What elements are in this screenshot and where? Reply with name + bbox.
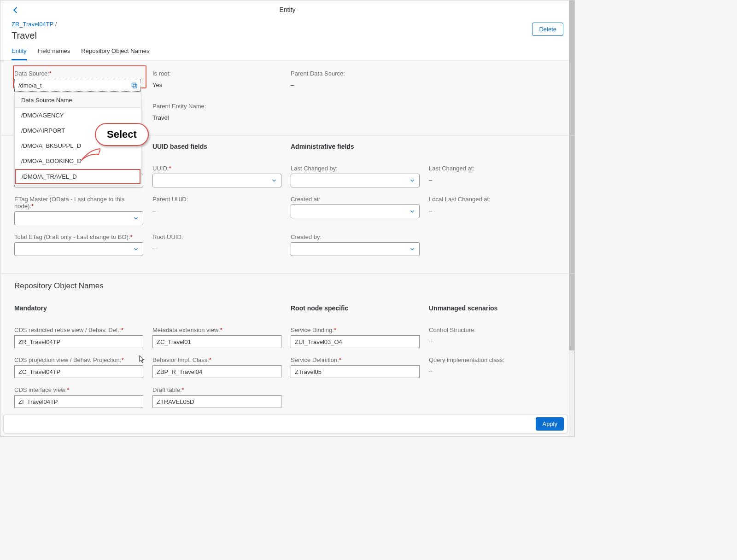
control-structure-label: Control Structure: bbox=[429, 327, 558, 333]
tab-bar: Entity Field names Repository Object Nam… bbox=[12, 47, 563, 60]
tab-field-names[interactable]: Field names bbox=[38, 47, 70, 60]
local-last-changed-at-value: – bbox=[429, 204, 558, 214]
chevron-down-icon bbox=[133, 246, 139, 252]
draft-table-label: Draft table:* bbox=[152, 386, 281, 393]
service-definition-input[interactable] bbox=[291, 365, 420, 378]
cds-restricted-label: CDS restricted reuse view / Behav. Def.:… bbox=[14, 327, 143, 333]
uuid-dropdown[interactable] bbox=[152, 174, 281, 187]
root-uuid-value: – bbox=[152, 242, 281, 252]
root-uuid-label: Root UUID: bbox=[152, 233, 281, 240]
apply-button[interactable]: Apply bbox=[536, 417, 564, 431]
data-source-suggest-list: Data Source Name /DMO/AGENCY /DMO/AIRPOR… bbox=[14, 93, 141, 185]
is-root-value: Yes bbox=[152, 79, 281, 88]
parent-uuid-label: Parent UUID: bbox=[152, 196, 281, 203]
behavior-impl-class-label: Behavior Impl. Class:* bbox=[152, 356, 281, 363]
root-node-specific-title: Root node specific bbox=[291, 304, 420, 312]
footer-bar: Apply bbox=[3, 414, 568, 433]
cds-interface-view-input[interactable] bbox=[14, 395, 143, 408]
suggest-option[interactable]: /DMO/AIRPORT bbox=[15, 123, 141, 138]
created-at-label: Created at: bbox=[291, 196, 420, 203]
svg-rect-1 bbox=[133, 84, 137, 88]
parent-data-source-value: – bbox=[291, 79, 420, 88]
created-by-label: Created by: bbox=[291, 233, 420, 240]
control-structure-value: – bbox=[429, 335, 558, 345]
chevron-down-icon bbox=[133, 215, 139, 222]
cds-projection-input[interactable] bbox=[14, 365, 143, 378]
uuid-section-title: UUID based fields bbox=[152, 143, 281, 150]
behavior-impl-class-input[interactable] bbox=[152, 365, 281, 378]
last-changed-by-label: Last Changed by: bbox=[291, 165, 420, 172]
suggest-option[interactable]: /DMO/A_BKSUPPL_D bbox=[15, 138, 141, 153]
page-type-title: Entity bbox=[12, 5, 563, 13]
suggest-option[interactable]: /DMO/AGENCY bbox=[15, 108, 141, 123]
chevron-down-icon bbox=[409, 246, 415, 252]
service-binding-label: Service Binding:* bbox=[291, 327, 420, 333]
cds-interface-view-label: CDS interface view:* bbox=[14, 386, 143, 393]
delete-button[interactable]: Delete bbox=[532, 23, 563, 36]
breadcrumb: ZR_Travel04TP / bbox=[12, 21, 57, 28]
parent-entity-name-field: Parent Entity Name: Travel bbox=[152, 103, 281, 121]
cds-restricted-input[interactable] bbox=[14, 335, 143, 348]
content-area: Data Source:* Data Source Name /DMO/AGEN… bbox=[0, 61, 574, 413]
admin-section-title: Administrative fields bbox=[291, 143, 420, 150]
value-help-icon[interactable] bbox=[130, 82, 138, 89]
suggest-option[interactable]: /DMO/A_BOOKING_D bbox=[15, 153, 141, 169]
etag-master-dropdown[interactable] bbox=[14, 211, 143, 225]
mandatory-title: Mandatory bbox=[14, 304, 143, 312]
suggest-header: Data Source Name bbox=[15, 93, 141, 108]
parent-entity-name-label: Parent Entity Name: bbox=[152, 103, 281, 110]
created-by-dropdown[interactable] bbox=[291, 242, 420, 256]
created-at-dropdown[interactable] bbox=[291, 204, 420, 218]
local-last-changed-at-label: Local Last Changed at: bbox=[429, 196, 558, 203]
breadcrumb-parent-link[interactable]: ZR_Travel04TP bbox=[12, 21, 53, 28]
page-header: Entity ZR_Travel04TP / Travel Delete Ent… bbox=[0, 0, 574, 61]
back-chevron-icon[interactable] bbox=[12, 6, 20, 14]
svg-rect-0 bbox=[132, 83, 135, 87]
repository-object-names-title: Repository Object Names bbox=[14, 281, 561, 291]
unmanaged-scenarios-title: Unmanaged scenarios bbox=[429, 304, 558, 312]
parent-data-source-field: Parent Data Source: – bbox=[291, 70, 420, 92]
total-etag-label: Total ETag (Draft only - Last change to … bbox=[14, 233, 143, 240]
draft-table-input[interactable] bbox=[152, 395, 281, 408]
uuid-label: UUID:* bbox=[152, 165, 281, 172]
suggest-option-highlighted[interactable]: /DMO/A_TRAVEL_D bbox=[15, 169, 140, 184]
service-binding-input[interactable] bbox=[291, 335, 420, 348]
tab-entity[interactable]: Entity bbox=[12, 47, 27, 60]
is-root-label: Is root: bbox=[152, 70, 281, 77]
query-impl-class-label: Query implementation class: bbox=[429, 356, 558, 363]
breadcrumb-separator: / bbox=[55, 21, 57, 28]
metadata-extension-label: Metadata extension view:* bbox=[152, 327, 281, 333]
parent-uuid-value: – bbox=[152, 204, 281, 214]
data-source-input[interactable] bbox=[14, 79, 140, 92]
tab-repository-object-names[interactable]: Repository Object Names bbox=[81, 47, 149, 60]
metadata-extension-input[interactable] bbox=[152, 335, 281, 348]
parent-entity-name-value: Travel bbox=[152, 111, 281, 121]
service-definition-label: Service Definition:* bbox=[291, 356, 420, 363]
data-source-label: Data Source:* bbox=[14, 70, 143, 77]
parent-data-source-label: Parent Data Source: bbox=[291, 70, 420, 77]
cds-projection-label: CDS projection view / Behav. Projection:… bbox=[14, 356, 143, 363]
last-changed-at-label: Last Changed at: bbox=[429, 165, 558, 172]
chevron-down-icon bbox=[271, 177, 277, 184]
query-impl-class-value: – bbox=[429, 365, 558, 375]
last-changed-by-dropdown[interactable] bbox=[291, 174, 420, 187]
total-etag-dropdown[interactable] bbox=[14, 242, 143, 256]
data-source-field: Data Source:* Data Source Name /DMO/AGEN… bbox=[14, 70, 143, 92]
etag-master-label: ETag Master (OData - Last change to this… bbox=[14, 196, 143, 210]
chevron-down-icon bbox=[409, 208, 415, 215]
is-root-field: Is root: Yes bbox=[152, 70, 281, 92]
chevron-down-icon bbox=[409, 177, 415, 184]
last-changed-at-value: – bbox=[429, 174, 558, 183]
page-title: Travel bbox=[12, 30, 57, 41]
